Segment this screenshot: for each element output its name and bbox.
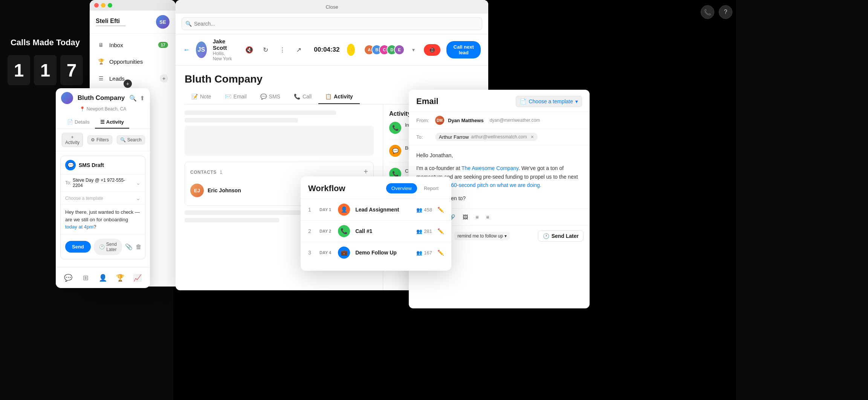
search-icon[interactable]: 🔍 — [129, 95, 137, 102]
skeleton-box-1 — [185, 126, 374, 156]
send-later-button[interactable]: 🕐 Send Later — [538, 230, 584, 242]
lead-company-name: Bluth Company — [185, 73, 479, 85]
bottom-nav-trophy[interactable]: 🏆 — [113, 271, 127, 285]
workflow-row-3: 3 DAY 4 💼 Demo Follow Up 👥 167 ✏️ — [301, 242, 451, 263]
question-icon-button[interactable]: ? — [719, 5, 732, 19]
search-button[interactable]: 🔍 Search — [117, 135, 145, 144]
workflow-edit-3[interactable]: ✏️ — [437, 250, 444, 256]
sms-tab-icon: 💬 — [260, 93, 267, 100]
sms-delete-button[interactable]: 🗑 — [136, 244, 142, 250]
workflow-edit-1[interactable]: ✏️ — [437, 207, 444, 213]
detail-back-avatar[interactable] — [61, 92, 73, 104]
call-tab-label: Call — [303, 93, 312, 100]
crm-window-title: Close — [326, 4, 338, 10]
remind-dropdown[interactable]: remind me to follow up ▾ — [454, 232, 510, 240]
tab-activity[interactable]: ☰ Activity — [95, 116, 129, 129]
sms-draft-card: 💬 SMS Draft To: Steve Day @ +1 972-555-2… — [60, 156, 145, 259]
call-bar-back-button[interactable]: ← — [183, 46, 190, 54]
list-button[interactable]: ≡ — [473, 213, 481, 222]
remove-recipient-button[interactable]: × — [531, 134, 534, 140]
tab-note[interactable]: 📝 Note — [185, 90, 218, 104]
sidebar-label-inbox: Inbox — [109, 42, 123, 48]
sidebar-item-opportunities[interactable]: 🏆 Opportunities — [90, 53, 176, 70]
mute-button[interactable]: 🔇 — [243, 44, 255, 56]
more-options-button[interactable]: ↗ — [293, 44, 305, 56]
tab-activity-lead[interactable]: 📋 Activity — [318, 90, 360, 104]
sms-to-expand-icon[interactable]: ⌄ — [136, 180, 141, 186]
sidebar-avatar[interactable]: SE — [156, 15, 170, 29]
traffic-light-yellow[interactable] — [101, 3, 105, 8]
end-call-button[interactable]: 📵 — [424, 44, 440, 56]
leads-add-icon[interactable]: + — [124, 80, 132, 88]
tab-sms[interactable]: 💬 SMS — [254, 90, 287, 104]
workflow-count-val-3: 167 — [424, 250, 432, 256]
sms-body-link[interactable]: today at 4pm — [65, 224, 93, 230]
email-link-company[interactable]: The Awesome Company — [462, 165, 518, 171]
crm-search-bar: 🔍 — [176, 14, 488, 34]
crm-search-input[interactable] — [182, 17, 482, 30]
email-body-text1: I'm a co-founder at — [416, 165, 462, 171]
sms-send-later-button[interactable]: 🕐 Send Later — [94, 239, 122, 255]
share-icon[interactable]: ⬆ — [140, 95, 145, 102]
dialpad-button[interactable]: ⋮ — [276, 44, 288, 56]
skeleton-1 — [185, 110, 336, 115]
sms-send-button[interactable]: Send — [65, 241, 91, 253]
contacts-header: CONTACTS 1 + — [190, 167, 368, 176]
detail-tabs: 📄 Details ☰ Activity — [56, 116, 150, 129]
call-bar-controls: 🔇 ↻ ⋮ ↗ — [243, 44, 305, 56]
send-later-wrap: 🕐 Send Later — [538, 230, 584, 242]
workflow-icon-1: 👤 — [338, 204, 350, 216]
send-later-clock-icon: 🕐 — [543, 233, 549, 239]
sms-template-row[interactable]: Choose a template ⌄ — [61, 192, 145, 205]
call-bar-info: Jake Scott Hollis, New York — [213, 38, 234, 61]
digit-1: 1 — [8, 55, 30, 85]
sms-body-suffix: ? — [93, 224, 96, 230]
workflow-tab-report[interactable]: Report — [419, 183, 444, 193]
calls-title: Calls Made Today — [8, 38, 83, 48]
clock-icon: 🕐 — [99, 244, 105, 250]
workflow-count-2: 👥 281 — [416, 228, 432, 234]
demo-icon: 💼 — [341, 249, 348, 256]
traffic-light-green[interactable] — [108, 3, 112, 8]
bottom-nav-messages[interactable]: 💬 — [61, 271, 75, 285]
sidebar-titlebar — [90, 0, 176, 11]
tab-call[interactable]: 📞 Call — [287, 90, 318, 104]
leads-add-button[interactable]: + — [160, 74, 168, 83]
bottom-nav-chart[interactable]: 📈 — [131, 271, 144, 285]
workflow-count-val-1: 458 — [424, 207, 432, 213]
workflow-num-1: 1 — [308, 207, 314, 213]
sms-attach-button[interactable]: 📎 — [125, 243, 133, 250]
bottom-nav-grid[interactable]: ⊞ — [79, 271, 92, 285]
end-call-icon: 📵 — [429, 47, 435, 53]
top-right-controls: 📞 ? — [701, 5, 732, 19]
search-wrap-icon: 🔍 — [185, 21, 192, 27]
sms-draft-icon: 💬 — [65, 160, 76, 170]
tab-email[interactable]: ✉️ Email — [218, 90, 254, 104]
transfer-button[interactable]: ↻ — [260, 44, 272, 56]
activity-dot-2: 💬 — [389, 145, 401, 157]
remind-label: remind me to follow up — [457, 233, 503, 239]
image-button[interactable]: 🖼 — [460, 213, 470, 222]
call-tab-icon: 📞 — [294, 93, 300, 100]
recipient-tag: Arthur Farrow arthur@wellnessmatch.com × — [435, 133, 538, 141]
ordered-list-button[interactable]: ≡ — [484, 213, 491, 222]
sidebar-item-inbox[interactable]: 🖥 Inbox 17 — [90, 37, 176, 53]
sms-body[interactable]: Hey there, just wanted to check — are we… — [61, 205, 145, 234]
lead-assignment-icon: 👤 — [341, 206, 348, 213]
call-avatars-expand[interactable]: ▾ — [412, 47, 415, 53]
call-next-button[interactable]: Call next lead — [446, 41, 481, 58]
add-activity-button[interactable]: + Activity — [62, 133, 83, 147]
template-dropdown-icon: ▾ — [575, 98, 578, 104]
add-contact-button[interactable]: + — [364, 167, 368, 176]
bottom-nav-person[interactable]: 👤 — [96, 271, 110, 285]
tab-details[interactable]: 📄 Details — [62, 116, 95, 129]
contacts-title-wrap: CONTACTS 1 — [190, 169, 222, 175]
phone-icon-button[interactable]: 📞 — [701, 5, 714, 19]
workflow-count-1: 👥 458 — [416, 207, 432, 213]
traffic-light-red[interactable] — [94, 3, 99, 8]
workflow-edit-2[interactable]: ✏️ — [437, 228, 444, 234]
workflow-tab-overview[interactable]: Overview — [386, 183, 417, 193]
filters-button[interactable]: ⚙ Filters — [87, 135, 112, 144]
caller-location: Hollis, New York — [213, 51, 234, 61]
choose-template-button[interactable]: 📄 Choose a template ▾ — [516, 96, 582, 107]
